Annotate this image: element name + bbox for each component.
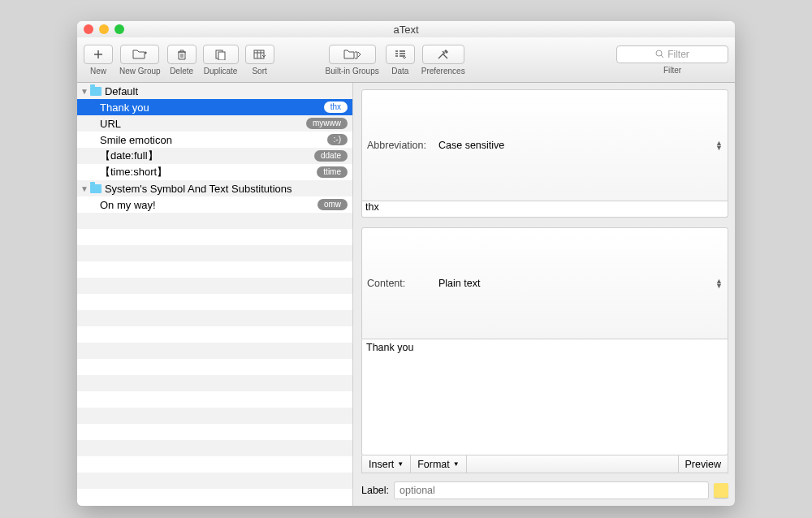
filter-label: Filter xyxy=(663,66,681,75)
content-label: Content: xyxy=(367,278,438,289)
duplicate-button[interactable]: Duplicate xyxy=(203,45,239,76)
sort-icon xyxy=(253,49,266,60)
app-window: aText New New Group Delete Duplicate Sor… xyxy=(77,21,735,506)
abbr-badge: thx xyxy=(324,101,348,113)
label-input[interactable] xyxy=(394,481,709,499)
folder-icon xyxy=(90,184,102,193)
abbr-badge: ttime xyxy=(317,166,348,178)
preferences-button[interactable]: Preferences xyxy=(421,45,465,76)
updown-icon: ▲▼ xyxy=(715,278,723,288)
snippet-url[interactable]: URL mywww xyxy=(77,115,352,132)
abbr-badge: :-) xyxy=(327,134,348,145)
content-textarea[interactable]: Thank you xyxy=(361,339,728,455)
svg-point-3 xyxy=(656,50,662,56)
snippet-smile[interactable]: Smile emoticon :-) xyxy=(77,132,352,148)
note-icon[interactable] xyxy=(714,483,728,498)
snippet-omw[interactable]: On my way! omw xyxy=(77,196,352,213)
abbreviation-label: Abbreviation: xyxy=(367,140,438,151)
updown-icon: ▲▼ xyxy=(715,140,723,150)
content-mode-select[interactable]: Plain text xyxy=(438,278,480,289)
trash-icon xyxy=(176,49,188,60)
snippet-time[interactable]: 【time:short】 ttime xyxy=(77,164,352,180)
disclosure-triangle-icon[interactable]: ▼ xyxy=(80,87,89,96)
data-icon xyxy=(394,49,407,60)
group-system[interactable]: ▼ System's Symbol And Text Substitutions xyxy=(77,180,352,196)
abbreviation-mode-select[interactable]: Case sensitive xyxy=(438,140,504,151)
preview-button[interactable]: Preview xyxy=(678,455,728,473)
sort-button[interactable]: Sort xyxy=(245,45,274,76)
folder-plus-icon xyxy=(132,49,147,60)
abbreviation-input[interactable]: thx xyxy=(361,201,728,218)
format-button[interactable]: Format▼ xyxy=(411,455,467,473)
toolbar: New New Group Delete Duplicate Sort Buil… xyxy=(77,37,735,83)
plus-icon xyxy=(93,49,104,60)
snippet-thank-you[interactable]: Thank you thx xyxy=(77,99,352,115)
tools-icon xyxy=(436,49,451,60)
new-button[interactable]: New xyxy=(84,45,113,76)
data-button[interactable]: Data xyxy=(386,45,415,76)
window-title: aText xyxy=(77,24,735,36)
snippet-date[interactable]: 【date:full】 ddate xyxy=(77,148,352,164)
filter-input[interactable]: Filter xyxy=(616,45,728,63)
folder-icon xyxy=(90,87,102,96)
disclosure-triangle-icon[interactable]: ▼ xyxy=(80,184,89,193)
svg-rect-2 xyxy=(254,50,264,58)
abbr-badge: ddate xyxy=(314,150,348,162)
builtin-groups-button[interactable]: Built-in Groups xyxy=(326,45,379,76)
group-default[interactable]: ▼ Default xyxy=(77,83,352,99)
chevron-down-icon: ▼ xyxy=(453,460,460,468)
chevron-down-icon: ▼ xyxy=(397,460,404,468)
insert-button[interactable]: Insert▼ xyxy=(362,455,411,473)
delete-button[interactable]: Delete xyxy=(167,45,197,76)
label-label: Label: xyxy=(361,485,389,496)
svg-rect-1 xyxy=(218,52,225,60)
titlebar: aText xyxy=(77,21,735,37)
sidebar: ▼ Default Thank you thx URL mywww Smile … xyxy=(77,83,353,506)
new-group-button[interactable]: New Group xyxy=(119,45,161,76)
folder-group-icon xyxy=(343,49,361,60)
search-icon xyxy=(655,50,664,58)
abbr-badge: omw xyxy=(317,199,348,210)
abbr-badge: mywww xyxy=(306,118,348,129)
detail-pane: Abbreviation: Case sensitive ▲▼ thx Cont… xyxy=(353,83,735,506)
duplicate-icon xyxy=(214,49,227,60)
